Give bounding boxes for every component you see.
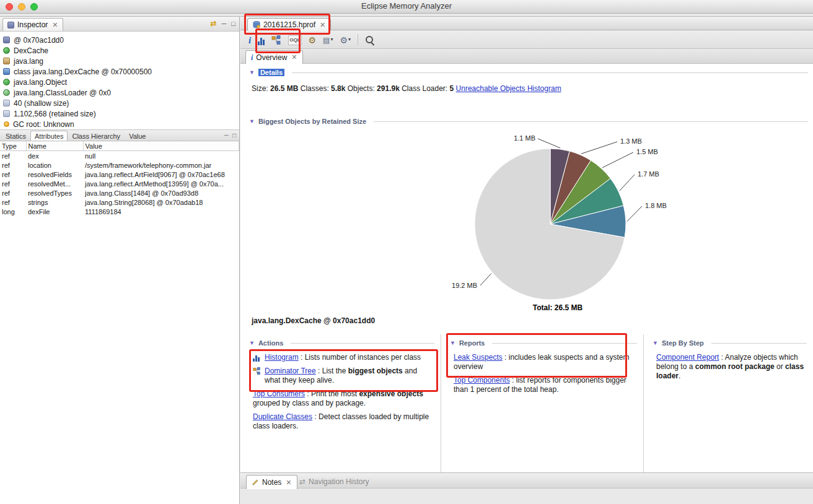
overview-info-icon[interactable]: i	[248, 34, 251, 45]
stats-text: Size:	[252, 84, 270, 93]
table-row[interactable]: refresolvedFieldsjava.lang.reflect.ArtFi…	[0, 170, 239, 179]
item-description: grouped by class and by package.	[253, 399, 366, 407]
stats-text: 291.9k	[377, 84, 400, 93]
collapse-triangle-icon[interactable]: ▼	[249, 118, 255, 124]
maximize-view-icon[interactable]: □	[231, 20, 235, 27]
table-cell: location	[26, 160, 83, 170]
stats-text: 5.8k	[331, 84, 345, 93]
pie-slice-label: 1.5 MB	[636, 148, 658, 155]
zoom-window-button[interactable]	[30, 3, 38, 11]
close-window-button[interactable]	[6, 3, 13, 11]
tree-item[interactable]: java.lang	[3, 56, 239, 66]
overview-page-tab[interactable]: i Overview ✕	[245, 50, 303, 64]
inspector-tab-class-hierarchy[interactable]: Class Hierarchy	[68, 131, 125, 141]
inspector-view-tab[interactable]: Inspector ✕	[2, 18, 63, 31]
navigation-history-tab[interactable]: ⇄ Navigation History	[299, 477, 369, 486]
collapse-triangle-icon[interactable]: ▼	[653, 340, 658, 346]
item-description: biggest objects	[348, 367, 403, 375]
section-item: Dominator Tree : List the biggest object…	[253, 367, 434, 385]
item-description: expensive objects	[359, 389, 423, 398]
retained-size-pie-chart[interactable]: 1.1 MB1.3 MB1.5 MB1.7 MB1.8 MB19.2 MBTot…	[240, 129, 812, 315]
tree-item[interactable]: 1,102,568 (retained size)	[3, 108, 239, 119]
size-icon	[3, 110, 10, 117]
inspector-tab-label: Inspector	[17, 20, 48, 29]
overview-sections: ▼ Actions Histogram : Lists number of in…	[240, 334, 813, 472]
leak-suspects-link[interactable]: Leak Suspects	[454, 353, 503, 362]
table-cell: java.lang.reflect.ArtField[9067] @ 0x70a…	[83, 170, 239, 179]
stats-text: 26.5 MB	[270, 84, 298, 93]
collapse-triangle-icon[interactable]: ▼	[249, 340, 255, 346]
minimize-window-button[interactable]	[18, 3, 25, 11]
table-cell: dexFile	[26, 207, 83, 216]
heap-stats-line: Size: 26.5 MB Classes: 5.8k Objects: 291…	[252, 84, 561, 93]
class-green-icon	[3, 47, 10, 54]
table-row[interactable]: refstringsjava.lang.String[28068] @ 0x70…	[0, 198, 239, 207]
dominator-tree-link[interactable]: Dominator Tree	[265, 367, 316, 375]
histogram-link[interactable]: Histogram	[265, 353, 299, 362]
details-section-header: ▼ Details	[249, 69, 808, 76]
tree-item[interactable]: java.lang.Object	[3, 77, 239, 87]
tree-item[interactable]: DexCache	[3, 45, 239, 56]
tree-item[interactable]: 40 (shallow size)	[3, 98, 239, 108]
section-item: Top Consumers : Print the most expensive…	[253, 389, 434, 408]
heap-dump-editor-tab[interactable]: 20161215.hprof ✕	[247, 18, 331, 31]
tree-item[interactable]: class java.lang.DexCache @ 0x70000500	[3, 66, 239, 77]
close-icon[interactable]: ✕	[286, 479, 291, 487]
editor-tabbar: 20161215.hprof ✕	[240, 16, 813, 30]
object-instance-icon	[3, 37, 10, 43]
tree-item[interactable]: GC root: Unknown	[3, 119, 239, 129]
table-row[interactable]: refdexnull	[0, 151, 239, 161]
eclipse-memory-analyzer-window: Eclipse Memory Analyzer Inspector ✕ ⇄ ─ …	[0, 0, 813, 504]
tree-item-label: @ 0x70ac1dd0	[14, 36, 64, 45]
section-title: Step By Step	[662, 339, 704, 347]
editor-toolbar: i OQL ⚙ ▤▾ ⚙▾	[240, 30, 813, 49]
view-mini-controls[interactable]: ─□	[224, 132, 236, 139]
collapse-triangle-icon[interactable]: ▼	[249, 69, 255, 76]
duplicate-classes-link[interactable]: Duplicate Classes	[253, 412, 312, 421]
toolbar-separator	[358, 34, 358, 45]
tree-item[interactable]: java.lang.ClassLoader @ 0x0	[3, 87, 239, 98]
column-header[interactable]: Value	[83, 142, 239, 151]
tree-item[interactable]: @ 0x70ac1dd0	[3, 35, 239, 45]
tree-item-label: 40 (shallow size)	[14, 99, 69, 108]
table-row[interactable]: longdexFile1111869184	[0, 207, 239, 216]
configuration-icon[interactable]: ⚙▾	[340, 34, 351, 45]
oql-icon[interactable]: OQL	[288, 34, 301, 45]
section-step-by-step: ▼ Step By Step Component Report : Analyz…	[643, 334, 813, 472]
stats-text: Objects:	[345, 84, 377, 93]
open-query-browser-icon[interactable]: ▤▾	[323, 34, 333, 45]
acquire-heap-dump-icon[interactable]: ⚙	[309, 34, 317, 45]
close-icon[interactable]: ✕	[52, 21, 58, 29]
details-title: Details	[258, 69, 284, 76]
column-header[interactable]: Type	[0, 142, 26, 151]
minimize-view-icon[interactable]: ─	[222, 20, 227, 27]
inspector-tab-value[interactable]: Value	[125, 131, 150, 141]
top-components-link[interactable]: Top Components	[454, 376, 510, 385]
table-row[interactable]: reflocation/system/framework/telephony-c…	[0, 160, 239, 170]
close-icon[interactable]: ✕	[320, 21, 325, 29]
table-row[interactable]: refresolvedTypesjava.lang.Class[1484] @ …	[0, 188, 239, 198]
dominator-tree-icon	[253, 367, 261, 375]
top-consumers-link[interactable]: Top Consumers	[253, 389, 305, 398]
table-row[interactable]: refresolvedMet...java.lang.reflect.ArtMe…	[0, 179, 239, 188]
inspector-tabs: StaticsAttributesClass HierarchyValue─□	[0, 129, 239, 141]
notes-view-tab[interactable]: Notes ✕	[246, 475, 297, 489]
table-cell: resolvedTypes	[26, 188, 83, 198]
column-header[interactable]: Name	[26, 142, 83, 151]
tree-item-label: java.lang.ClassLoader @ 0x0	[14, 89, 111, 97]
size-icon	[3, 100, 10, 106]
table-cell: dex	[26, 151, 83, 161]
close-icon[interactable]: ✕	[291, 53, 297, 61]
component-report-link[interactable]: Component Report	[656, 353, 719, 362]
inspector-tab-attributes[interactable]: Attributes	[30, 131, 68, 141]
histogram-icon[interactable]	[258, 34, 265, 45]
table-cell: ref	[0, 198, 26, 207]
inspector-tab-statics[interactable]: Statics	[1, 131, 30, 141]
search-icon[interactable]	[365, 34, 375, 45]
section-item: Leak Suspects : includes leak suspects a…	[454, 353, 637, 371]
overview-content: ▼ Details Size: 26.5 MB Classes: 5.8k Ob…	[240, 64, 813, 472]
link-with-snapshot-icon[interactable]: ⇄	[210, 19, 216, 28]
dominator-tree-icon[interactable]	[271, 34, 281, 45]
collapse-triangle-icon[interactable]: ▼	[450, 340, 455, 346]
unreachable-objects-histogram-link[interactable]: Unreachable Objects Histogram	[456, 84, 561, 93]
